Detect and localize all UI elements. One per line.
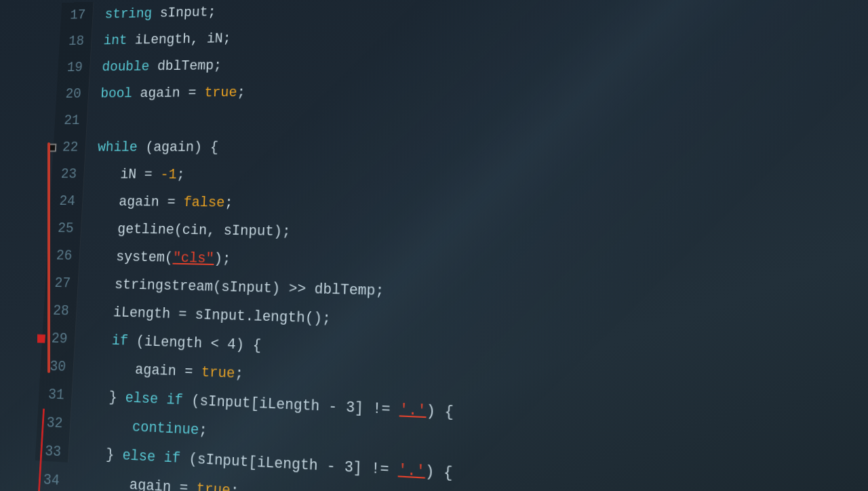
editor-container: 17 18 19 20 21 22 23 24 25 26 27 28 29 3… (0, 0, 868, 491)
line-num-23: 23 (56, 161, 77, 188)
line-num-28: 28 (47, 297, 69, 326)
line-num-17: 17 (65, 2, 86, 28)
line-num-31: 31 (43, 380, 65, 410)
line-num-32: 32 (41, 409, 64, 438)
line-num-19: 19 (62, 54, 83, 81)
code-area: 17 18 19 20 21 22 23 24 25 26 27 28 29 3… (35, 0, 868, 491)
line-num-21: 21 (59, 107, 81, 134)
line-num-25: 25 (53, 215, 75, 243)
line-num-26: 26 (51, 242, 73, 270)
scrollbar-thumb[interactable] (47, 142, 50, 373)
line-num-27: 27 (50, 269, 71, 297)
code-line-21 (98, 102, 868, 134)
line-num-22: 22 (57, 134, 79, 161)
code-content: string sInput; int iLength, iN; double d… (68, 0, 868, 491)
line-num-33: 33 (39, 437, 62, 467)
line-num-20: 20 (60, 81, 82, 107)
line-num-24: 24 (54, 188, 76, 215)
code-line-22: while (again) { (97, 133, 868, 163)
line-num-18: 18 (64, 28, 85, 55)
line-num-34: 34 (38, 465, 60, 491)
